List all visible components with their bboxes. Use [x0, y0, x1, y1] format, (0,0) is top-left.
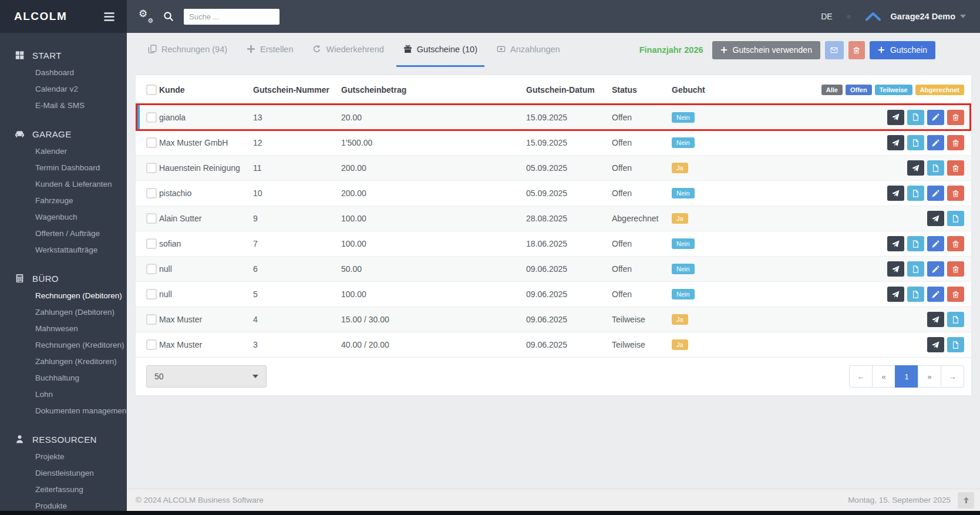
action-pdf-button[interactable]: [947, 312, 964, 327]
gebucht-badge[interactable]: Nein: [672, 289, 695, 299]
row-checkbox[interactable]: [146, 289, 157, 299]
settings-gears-icon[interactable]: ⚙⚙: [139, 10, 154, 23]
sidebar-item-offerten-auftr-ge[interactable]: Offerten / Aufträge: [0, 225, 127, 242]
action-edit-button[interactable]: [927, 236, 944, 251]
action-pdf-button[interactable]: [947, 211, 964, 226]
filter-abgerechnet-badge[interactable]: Abgerechnet: [915, 85, 964, 95]
new-voucher-button[interactable]: Gutschein: [870, 41, 935, 59]
pagination-button[interactable]: »: [918, 365, 941, 388]
gebucht-badge[interactable]: Nein: [672, 112, 695, 123]
sidebar-item-rechnungen-debitoren[interactable]: Rechnungen (Debitoren): [0, 288, 127, 304]
action-trash-button[interactable]: [947, 110, 964, 125]
sidebar-item-rechnungen-kreditoren[interactable]: Rechnungen (Kreditoren): [0, 337, 127, 354]
action-send-button[interactable]: [907, 160, 924, 176]
sidebar-item-termin-dashboard[interactable]: Termin Dashboard: [0, 160, 127, 176]
gebucht-badge[interactable]: Ja: [672, 163, 688, 173]
chevron-down-icon[interactable]: [960, 15, 966, 18]
search-input[interactable]: [184, 9, 279, 25]
row-checkbox[interactable]: [146, 188, 157, 198]
action-send-button[interactable]: [887, 110, 904, 125]
action-trash-button[interactable]: [947, 186, 964, 201]
column-header-kunde[interactable]: Kunde: [159, 85, 253, 95]
action-trash-button[interactable]: [947, 261, 964, 277]
sidebar-item-dokumenten-management[interactable]: Dokumenten management: [0, 403, 127, 419]
row-checkbox[interactable]: [146, 264, 157, 274]
sidebar-item-calendar-v2[interactable]: Calendar v2: [0, 81, 127, 97]
gebucht-badge[interactable]: Nein: [672, 238, 695, 249]
tab-gutscheine-10[interactable]: Gutscheine (10): [396, 33, 484, 67]
search-icon[interactable]: [163, 11, 174, 22]
action-edit-button[interactable]: [927, 287, 944, 302]
filter-alle-badge[interactable]: Alle: [821, 85, 843, 95]
row-checkbox[interactable]: [146, 314, 157, 325]
pagination-button[interactable]: «: [872, 365, 895, 388]
action-send-button[interactable]: [927, 211, 944, 226]
action-pdf-button[interactable]: [907, 110, 924, 125]
tab-erstellen[interactable]: Erstellen: [240, 33, 300, 67]
action-pdf-button[interactable]: [907, 236, 924, 251]
action-trash-button[interactable]: [947, 135, 964, 150]
tab-rechnungen-94[interactable]: Rechnungen (94): [141, 33, 234, 67]
action-trash-button[interactable]: [947, 287, 964, 302]
gebucht-badge[interactable]: Nein: [672, 188, 695, 198]
action-send-button[interactable]: [927, 312, 944, 327]
row-checkbox[interactable]: [146, 213, 157, 224]
sidebar-item-werkstattauftr-ge[interactable]: Werkstattaufträge: [0, 242, 127, 258]
column-header-gebucht[interactable]: Gebucht: [672, 85, 777, 95]
sidebar-item-mahnwesen[interactable]: Mahnwesen: [0, 321, 127, 337]
sidebar-item-kunden-lieferanten[interactable]: Kunden & Lieferanten: [0, 176, 127, 193]
row-checkbox[interactable]: [146, 339, 157, 350]
page-size-select[interactable]: 50: [146, 365, 267, 388]
sidebar-item-dashboard[interactable]: Dashboard: [0, 65, 127, 81]
action-pdf-button[interactable]: [927, 160, 944, 176]
column-header-nummer[interactable]: Gutschein-Nummer: [253, 85, 341, 95]
sidebar-item-lohn[interactable]: Lohn: [0, 386, 127, 403]
sidebar-item-e-mail-sms[interactable]: E-Mail & SMS: [0, 97, 127, 114]
gebucht-badge[interactable]: Nein: [672, 137, 695, 148]
use-voucher-button[interactable]: Gutschein verwenden: [712, 41, 820, 59]
pagination-button[interactable]: ←: [849, 365, 873, 388]
filter-teilweise-badge[interactable]: Teilweise: [875, 85, 912, 95]
action-pdf-button[interactable]: [947, 337, 964, 352]
action-send-button[interactable]: [927, 337, 944, 352]
sidebar-item-zahlungen-kreditoren[interactable]: Zahlungen (Kreditoren): [0, 354, 127, 370]
action-pdf-button[interactable]: [907, 261, 924, 277]
action-send-button[interactable]: [887, 261, 904, 277]
sidebar-item-zahlungen-debitoren[interactable]: Zahlungen (Debitoren): [0, 304, 127, 321]
action-send-button[interactable]: [887, 186, 904, 201]
action-send-button[interactable]: [887, 287, 904, 302]
sidebar-item-projekte[interactable]: Projekte: [0, 449, 127, 465]
pagination-button[interactable]: 1: [895, 365, 918, 388]
action-pdf-button[interactable]: [907, 186, 924, 201]
scroll-top-button[interactable]: [958, 492, 974, 509]
email-button[interactable]: [825, 41, 844, 59]
delete-button[interactable]: [848, 41, 865, 59]
sidebar-item-kalender[interactable]: Kalender: [0, 143, 127, 160]
filter-offen-badge[interactable]: Offen: [846, 85, 872, 95]
sidebar-item-zeiterfassung[interactable]: Zeiterfassung: [0, 482, 127, 498]
sidebar-item-buchhaltung[interactable]: Buchhaltung: [0, 370, 127, 386]
gebucht-badge[interactable]: Nein: [672, 264, 695, 274]
action-trash-button[interactable]: [947, 160, 964, 176]
row-checkbox[interactable]: [146, 137, 157, 148]
column-header-status[interactable]: Status: [612, 85, 672, 95]
tab-anzahlungen[interactable]: Anzahlungen: [490, 33, 567, 67]
sidebar-item-dienstleistungen[interactable]: Dienstleistungen: [0, 465, 127, 482]
row-checkbox[interactable]: [146, 163, 157, 173]
sidebar-item-wagenbuch[interactable]: Wagenbuch: [0, 209, 127, 225]
action-pdf-button[interactable]: [907, 287, 924, 302]
action-send-button[interactable]: [887, 135, 904, 150]
gebucht-badge[interactable]: Ja: [672, 339, 688, 350]
column-header-datum[interactable]: Gutschein-Datum: [526, 85, 612, 95]
row-checkbox[interactable]: [146, 238, 157, 249]
language-selector[interactable]: DE: [821, 12, 832, 21]
tab-wiederkehrend[interactable]: Wiederkehrend: [305, 33, 390, 67]
gebucht-badge[interactable]: Ja: [672, 314, 688, 325]
gebucht-badge[interactable]: Ja: [672, 213, 688, 224]
hamburger-menu-icon[interactable]: [103, 12, 115, 21]
action-pdf-button[interactable]: [907, 135, 924, 150]
account-menu[interactable]: Garage24 Demo: [891, 12, 955, 21]
action-edit-button[interactable]: [927, 186, 944, 201]
action-trash-button[interactable]: [947, 236, 964, 251]
select-all-checkbox[interactable]: [146, 85, 157, 95]
